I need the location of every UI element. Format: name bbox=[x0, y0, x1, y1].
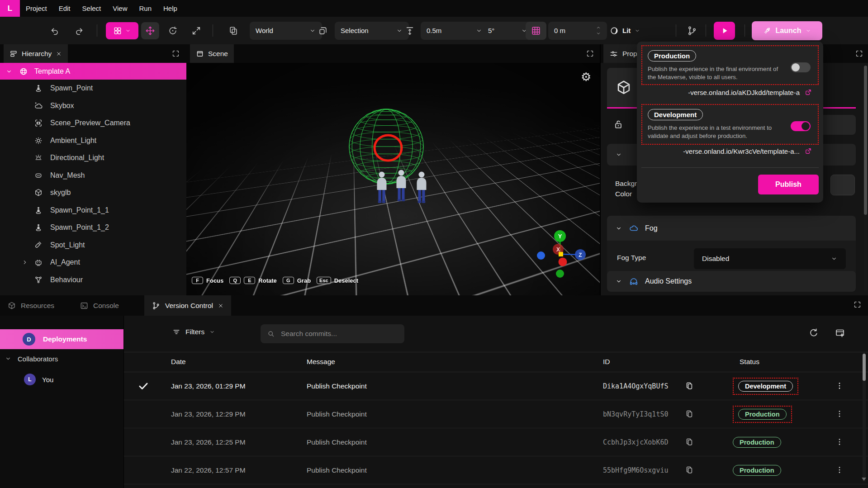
commit-row[interactable]: Jan 23, 2026, 12:29 PMPublish Checkpoint… bbox=[124, 400, 868, 428]
fullscreen-icon[interactable] bbox=[855, 49, 863, 58]
gizmo-center-handle[interactable] bbox=[559, 252, 563, 256]
tab-scene-label: Scene bbox=[208, 50, 228, 58]
color-swatch[interactable] bbox=[830, 175, 855, 195]
gizmo-blue-node[interactable] bbox=[537, 251, 545, 260]
filters-dropdown[interactable]: Filters bbox=[172, 327, 215, 336]
hierarchy-item-behaviour[interactable]: Behaviour bbox=[0, 271, 186, 289]
grid-height-stepper[interactable]: 0 m bbox=[548, 22, 607, 40]
move-tool-button[interactable] bbox=[141, 22, 159, 39]
hierarchy-item-root-selected[interactable]: Template A bbox=[0, 63, 186, 80]
viewport-settings-gear-icon[interactable]: ⚙ bbox=[581, 71, 591, 83]
tab-resources[interactable]: Resources bbox=[0, 295, 62, 316]
tab-scene[interactable]: Scene bbox=[190, 44, 234, 63]
shading-mode-dropdown[interactable]: Lit bbox=[610, 26, 640, 35]
scroll-down-arrow[interactable] bbox=[862, 478, 866, 481]
gizmo-green-node[interactable] bbox=[556, 270, 564, 278]
hierarchy-item-ambient_light[interactable]: Ambient_Light bbox=[0, 132, 186, 150]
rotate-tool-button[interactable] bbox=[164, 22, 182, 39]
kebab-menu-icon[interactable] bbox=[835, 381, 844, 390]
commits-scrollbar[interactable] bbox=[863, 353, 866, 482]
chevron-down-icon bbox=[309, 27, 316, 34]
scrollbar-thumb[interactable] bbox=[864, 66, 867, 215]
chevron-right-icon[interactable] bbox=[21, 259, 28, 266]
publish-button[interactable]: Publish bbox=[758, 175, 819, 194]
scrollbar-thumb[interactable] bbox=[863, 354, 866, 381]
hierarchy-item-spawn_point[interactable]: Spawn_Point bbox=[0, 80, 186, 97]
transform-gizmo[interactable]: X Y Z bbox=[534, 228, 593, 279]
hierarchy-item-spawn_point_1_1[interactable]: Spawn_Point_1_1 bbox=[0, 202, 186, 219]
hierarchy-item-spawn_point_1_2[interactable]: Spawn_Point_1_2 bbox=[0, 219, 186, 237]
version-control-button[interactable] bbox=[684, 22, 700, 39]
menu-view[interactable]: View bbox=[113, 5, 127, 12]
development-toggle[interactable] bbox=[791, 121, 811, 131]
fullscreen-icon[interactable] bbox=[853, 300, 862, 309]
external-link-icon[interactable] bbox=[804, 147, 812, 155]
refresh-icon[interactable] bbox=[808, 327, 819, 338]
avatar[interactable] bbox=[417, 172, 427, 204]
properties-scrollbar[interactable] bbox=[864, 66, 867, 292]
tab-object-3d[interactable] bbox=[607, 68, 640, 107]
hierarchy-item-directional_light[interactable]: Directional_Light bbox=[0, 149, 186, 167]
tab-version-control[interactable]: Version Control bbox=[144, 295, 231, 316]
commit-row[interactable]: Jan 23, 2026, 12:25 PMPublish Checkpoint… bbox=[124, 428, 868, 456]
lock-open-icon[interactable] bbox=[612, 118, 624, 130]
close-icon[interactable] bbox=[56, 51, 62, 57]
fullscreen-icon[interactable] bbox=[586, 49, 594, 58]
close-icon[interactable] bbox=[218, 303, 224, 309]
duplicate-button[interactable] bbox=[224, 22, 242, 39]
view-layout-button[interactable] bbox=[106, 22, 138, 39]
copy-icon[interactable] bbox=[685, 465, 694, 474]
stepper-arrows[interactable] bbox=[596, 25, 601, 36]
snap-toggle-button[interactable] bbox=[316, 22, 330, 39]
scene-3d-canvas[interactable]: X Y Z ⚙ FFocusQERotateGGrabEscDeselect bbox=[186, 63, 600, 295]
copy-icon[interactable] bbox=[685, 437, 694, 446]
sidebar-item-deployments[interactable]: D Deployments bbox=[0, 329, 123, 349]
tab-hierarchy[interactable]: Hierarchy bbox=[4, 44, 68, 63]
hierarchy-item-spot_light[interactable]: Spot_Light bbox=[0, 237, 186, 254]
hierarchy-item-skybox[interactable]: Skybox bbox=[0, 97, 186, 115]
sidebar-item-you[interactable]: L You bbox=[0, 373, 123, 386]
copy-icon[interactable] bbox=[685, 381, 694, 390]
app-logo[interactable]: L bbox=[0, 0, 20, 17]
kebab-menu-icon[interactable] bbox=[835, 409, 844, 418]
grid-toggle-button[interactable] bbox=[526, 22, 546, 40]
move-snap-dropdown[interactable]: 0.5m bbox=[421, 22, 489, 40]
external-link-icon[interactable] bbox=[804, 88, 812, 96]
hierarchy-item-ai_agent[interactable]: AI_Agent bbox=[0, 254, 186, 271]
audio-settings-header[interactable]: Audio Settings bbox=[607, 271, 856, 292]
menu-edit[interactable]: Edit bbox=[59, 5, 71, 12]
commit-row[interactable]: Jan 22, 2026, 12:57 PMPublish Checkpoint… bbox=[124, 456, 868, 484]
launch-button[interactable]: Launch bbox=[752, 21, 822, 40]
avatar[interactable] bbox=[377, 172, 387, 204]
search-commits-input[interactable] bbox=[280, 329, 398, 338]
undo-button[interactable] bbox=[47, 22, 62, 39]
hierarchy-item-scene_preview_camera[interactable]: Scene_Preview_Camera bbox=[0, 114, 186, 132]
avatar[interactable] bbox=[397, 170, 406, 202]
menu-select[interactable]: Select bbox=[82, 5, 101, 12]
chevron-down-icon[interactable] bbox=[5, 68, 13, 75]
hierarchy-item-nav_mesh[interactable]: Nav_Mesh bbox=[0, 167, 186, 185]
fog-type-dropdown[interactable]: Disabled bbox=[694, 248, 846, 269]
fog-section-header[interactable]: Fog bbox=[607, 216, 856, 241]
scale-tool-button[interactable] bbox=[187, 22, 205, 39]
pivot-mode-dropdown[interactable]: Selection bbox=[335, 22, 409, 40]
sidebar-item-collaborators[interactable]: Collaborators bbox=[0, 352, 123, 365]
redo-button[interactable] bbox=[71, 22, 87, 39]
production-toggle[interactable] bbox=[791, 62, 811, 72]
search-commits-box[interactable] bbox=[261, 324, 404, 343]
vertical-snap-button[interactable] bbox=[403, 22, 417, 39]
tab-console[interactable]: Console bbox=[72, 295, 126, 316]
menu-run[interactable]: Run bbox=[139, 5, 152, 12]
menu-project[interactable]: Project bbox=[26, 5, 47, 12]
commit-row[interactable]: Jan 23, 2026, 01:29 PMPublish Checkpoint… bbox=[124, 372, 868, 400]
fullscreen-icon[interactable] bbox=[171, 49, 180, 58]
kebab-menu-icon[interactable] bbox=[835, 437, 844, 446]
copy-icon[interactable] bbox=[685, 409, 694, 418]
play-button[interactable] bbox=[714, 22, 735, 40]
panel-settings-icon[interactable] bbox=[835, 327, 845, 338]
gizmo-red-node[interactable] bbox=[559, 258, 567, 266]
transform-space-dropdown[interactable]: World bbox=[250, 22, 322, 40]
kebab-menu-icon[interactable] bbox=[835, 465, 844, 474]
hierarchy-item-skyglb[interactable]: skyglb bbox=[0, 184, 186, 202]
menu-help[interactable]: Help bbox=[163, 5, 177, 12]
